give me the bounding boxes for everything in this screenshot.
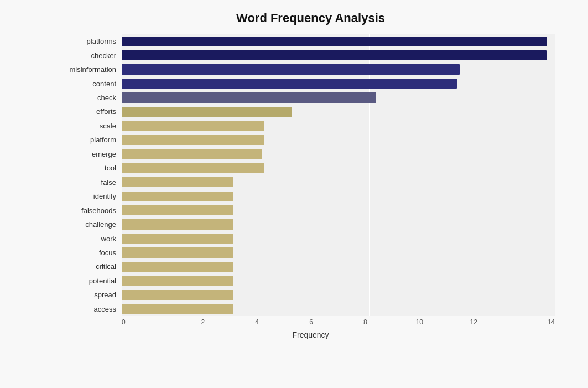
bar bbox=[122, 219, 233, 229]
bar-track bbox=[122, 302, 555, 316]
bar bbox=[122, 79, 457, 89]
bar-row: platform bbox=[66, 133, 555, 147]
bar bbox=[122, 177, 233, 187]
x-axis-label: Frequency bbox=[66, 330, 555, 339]
bar-row: identify bbox=[66, 189, 555, 203]
x-tick: 6 bbox=[284, 318, 339, 326]
bar-row: false bbox=[66, 175, 555, 189]
bar-row: check bbox=[66, 91, 555, 105]
bar-row: tool bbox=[66, 161, 555, 175]
bar-track bbox=[122, 76, 555, 90]
bar-label: critical bbox=[66, 262, 122, 271]
bar bbox=[122, 276, 233, 286]
bar bbox=[122, 121, 264, 131]
bar-row: potential bbox=[66, 274, 555, 288]
x-tick: 0 bbox=[122, 318, 176, 326]
bar-row: falsehoods bbox=[66, 203, 555, 217]
bar bbox=[122, 290, 233, 300]
bar-track bbox=[122, 91, 555, 105]
bar-row: misinformation bbox=[66, 63, 555, 76]
bar-label: access bbox=[66, 305, 122, 313]
chart-container: Word Frequency Analysis platformschecker… bbox=[0, 0, 588, 388]
bar-label: tool bbox=[66, 164, 122, 172]
bar-row: emerge bbox=[66, 147, 555, 161]
x-tick: 8 bbox=[339, 318, 393, 326]
bar-track bbox=[122, 189, 555, 203]
bar-row: platforms bbox=[66, 34, 555, 48]
bar-label: scale bbox=[66, 122, 122, 130]
bar-track bbox=[122, 63, 555, 76]
x-tick: 10 bbox=[392, 318, 446, 326]
bar bbox=[122, 149, 262, 159]
bar-track bbox=[122, 119, 555, 133]
bar-label: work bbox=[66, 235, 122, 243]
bar-row: checker bbox=[66, 48, 555, 62]
bar bbox=[122, 234, 233, 244]
bar-track bbox=[122, 231, 555, 245]
bar-track bbox=[122, 48, 555, 62]
x-tick: 12 bbox=[446, 318, 501, 326]
bar-row: critical bbox=[66, 260, 555, 273]
bar-track bbox=[122, 218, 555, 231]
bar-track bbox=[122, 105, 555, 118]
bar-row: scale bbox=[66, 119, 555, 133]
bar-track bbox=[122, 34, 555, 48]
bar-row: spread bbox=[66, 288, 555, 302]
bar-label: emerge bbox=[66, 150, 122, 158]
bar-label: misinformation bbox=[66, 65, 122, 74]
bar-label: focus bbox=[66, 249, 122, 257]
bar bbox=[122, 205, 233, 215]
bar-track bbox=[122, 274, 555, 288]
bar bbox=[122, 107, 292, 117]
bar-row: challenge bbox=[66, 218, 555, 231]
x-tick: 2 bbox=[176, 318, 230, 326]
bar bbox=[122, 163, 264, 173]
bar bbox=[122, 192, 233, 201]
bar-row: work bbox=[66, 231, 555, 245]
bar-row: access bbox=[66, 302, 555, 316]
bar-label: check bbox=[66, 94, 122, 102]
chart-title: Word Frequency Analysis bbox=[66, 11, 555, 25]
bar-label: efforts bbox=[66, 107, 122, 116]
bar-track bbox=[122, 175, 555, 189]
bar-label: content bbox=[66, 80, 122, 88]
bar bbox=[122, 262, 233, 272]
bar-label: challenge bbox=[66, 220, 122, 229]
bar-row: focus bbox=[66, 246, 555, 260]
bar bbox=[122, 92, 376, 102]
bar-track bbox=[122, 161, 555, 175]
bar-track bbox=[122, 203, 555, 217]
bar-label: checker bbox=[66, 51, 122, 60]
bar bbox=[122, 64, 460, 74]
bar bbox=[122, 247, 233, 257]
bar-label: platform bbox=[66, 136, 122, 144]
bar-label: identify bbox=[66, 192, 122, 200]
bar bbox=[122, 304, 233, 314]
bar-row: content bbox=[66, 76, 555, 90]
bar-track bbox=[122, 147, 555, 161]
bar-track bbox=[122, 133, 555, 147]
x-tick: 4 bbox=[230, 318, 284, 326]
bar bbox=[122, 50, 547, 60]
bars-area: platformscheckermisinformationcontentche… bbox=[66, 34, 555, 316]
bar bbox=[122, 37, 547, 46]
bar-track bbox=[122, 260, 555, 273]
bar-track bbox=[122, 288, 555, 302]
bar-label: potential bbox=[66, 277, 122, 285]
bar-track bbox=[122, 246, 555, 260]
bar-row: efforts bbox=[66, 105, 555, 118]
bar-label: falsehoods bbox=[66, 206, 122, 215]
bar bbox=[122, 135, 264, 145]
x-tick: 14 bbox=[501, 318, 555, 326]
bar-label: platforms bbox=[66, 37, 122, 45]
bar-label: false bbox=[66, 178, 122, 187]
bar-label: spread bbox=[66, 291, 122, 299]
x-axis: 02468101214 Frequency bbox=[66, 316, 555, 339]
